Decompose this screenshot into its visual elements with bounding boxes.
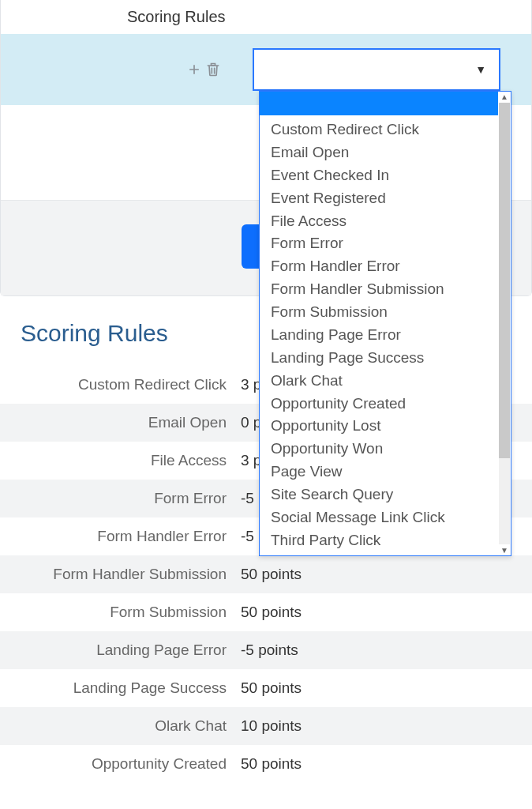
dropdown-option[interactable]: Third Party Click: [271, 529, 498, 552]
table-row: Landing Page Error-5 points: [0, 631, 532, 669]
dropdown-option[interactable]: Landing Page Error: [271, 324, 498, 347]
dropdown-option[interactable]: File Access: [271, 210, 498, 233]
dropdown-option-list: Custom Redirect ClickEmail OpenEvent Che…: [260, 115, 498, 555]
scroll-thumb[interactable]: [499, 103, 510, 458]
dropdown-option[interactable]: Olark Chat: [271, 370, 498, 393]
rule-label: Email Open: [0, 404, 241, 442]
scroll-down-arrow-icon[interactable]: ▼: [500, 546, 508, 555]
dropdown-option[interactable]: Site Search Query: [271, 484, 498, 506]
rule-label: Landing Page Error: [0, 631, 241, 669]
table-row: Opportunity Created50 points: [0, 745, 532, 783]
rule-value: 10 points: [241, 707, 532, 745]
primary-action-button[interactable]: [242, 224, 260, 269]
dropdown-option[interactable]: Opportunity Lost: [271, 415, 498, 438]
dropdown-option[interactable]: Landing Page Success: [271, 347, 498, 370]
rule-label: Form Submission: [0, 593, 241, 631]
rule-value: 50 points: [241, 593, 532, 631]
dropdown-option[interactable]: Event Checked In: [271, 164, 498, 187]
dropdown-option[interactable]: Page View: [271, 461, 498, 484]
caret-down-icon: ▼: [475, 63, 486, 76]
table-row: Olark Chat10 points: [0, 707, 532, 745]
rule-type-select[interactable]: ▼: [253, 48, 500, 91]
dropdown-option[interactable]: Custom Redirect Click: [271, 119, 498, 141]
dropdown-option[interactable]: Opportunity Won: [271, 438, 498, 461]
table-row: Form Submission50 points: [0, 593, 532, 631]
rule-label: Custom Redirect Click: [0, 366, 241, 404]
rule-label: Landing Page Success: [0, 669, 241, 707]
table-row: Form Handler Submission50 points: [0, 555, 532, 593]
dropdown-option[interactable]: Form Handler Submission: [271, 278, 498, 301]
dropdown-option[interactable]: Opportunity Created: [271, 393, 498, 416]
dropdown-option[interactable]: Social Message Link Click: [271, 506, 498, 529]
scoring-rules-panel: Scoring Rules ▼ Custom Redirect Clic: [0, 0, 532, 296]
rule-label: Form Error: [0, 480, 241, 517]
dropdown-option[interactable]: Form Error: [271, 232, 498, 255]
rule-value: -5 points: [241, 631, 532, 669]
scroll-up-arrow-icon[interactable]: ▲: [500, 92, 508, 101]
rule-value: 50 points: [241, 669, 532, 707]
rule-value: 50 points: [241, 555, 532, 593]
dropdown-option[interactable]: Email Open: [271, 141, 498, 164]
dropdown-option[interactable]: Event Registered: [271, 187, 498, 210]
rule-label: Olark Chat: [0, 707, 241, 745]
delete-icon[interactable]: [205, 61, 221, 78]
dropdown-scrollbar[interactable]: ▲ ▼: [498, 92, 511, 555]
panel-title: Scoring Rules: [1, 0, 531, 34]
dropdown-option[interactable]: Form Handler Error: [271, 255, 498, 278]
rule-label: Opportunity Created: [0, 745, 241, 783]
dropdown-selected-blank[interactable]: [260, 92, 498, 115]
dropdown-option[interactable]: Form Submission: [271, 301, 498, 324]
rule-type-dropdown: Custom Redirect ClickEmail OpenEvent Che…: [259, 91, 511, 556]
add-icon[interactable]: [186, 62, 202, 77]
rule-label: Form Handler Submission: [0, 555, 241, 593]
rule-label: Form Handler Error: [0, 517, 241, 555]
rule-label: File Access: [0, 442, 241, 480]
table-row: Landing Page Success50 points: [0, 669, 532, 707]
row-action-icons: [186, 61, 221, 78]
rule-value: 50 points: [241, 745, 532, 783]
